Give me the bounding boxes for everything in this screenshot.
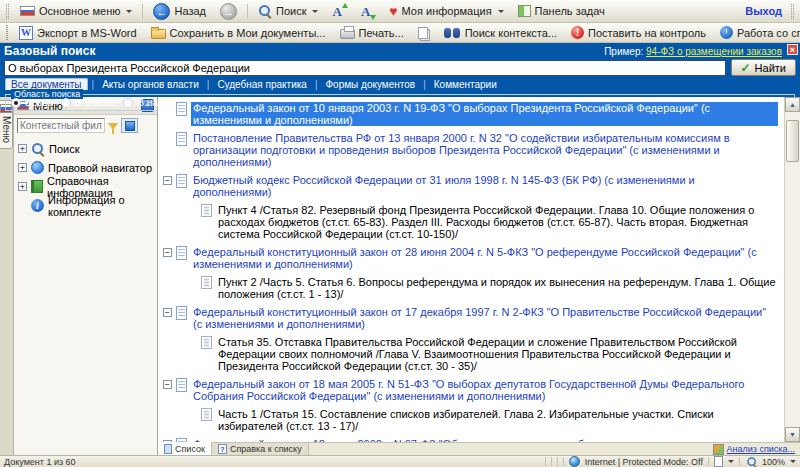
my-info-label: Моя информация xyxy=(402,5,492,17)
find-button[interactable]: ✓ Найти xyxy=(731,59,796,76)
vertical-scrollbar[interactable]: ▲ ▼ xyxy=(784,97,800,442)
document-row[interactable]: −Федеральный закон от 18 мая 2005 г. N 5… xyxy=(163,378,778,402)
expand-toggle[interactable]: + xyxy=(18,182,27,191)
folder-icon xyxy=(151,29,166,39)
list-work-button[interactable]: Работа со списком xyxy=(714,23,800,42)
analyze-icon xyxy=(713,444,724,455)
search-tab[interactable]: Комментарии xyxy=(430,79,501,90)
example-link[interactable]: 94-ФЗ о размещении заказов xyxy=(646,46,782,57)
my-info-button[interactable]: ♥ Моя информация xyxy=(383,2,509,21)
russian-flag-icon xyxy=(20,6,35,16)
fragment-row[interactable]: Статья 35. Отставка Правительства Россий… xyxy=(188,336,778,372)
zoom-control[interactable]: 100% xyxy=(745,455,796,467)
toolbar-grip[interactable] xyxy=(6,4,9,19)
sidebar-item[interactable]: +Поиск xyxy=(18,139,157,158)
main-area: Меню Меню − +Поиск+Правовой навигатор+Сп… xyxy=(0,97,800,455)
document-row[interactable]: −Федеральный конституционный закон от 17… xyxy=(163,306,778,330)
find-label: Найти xyxy=(755,62,786,74)
document-title-text[interactable]: Бюджетный кодекс Российской Федерации от… xyxy=(191,174,778,198)
search-tab[interactable]: Судебная практика xyxy=(213,79,311,90)
fragment-row[interactable]: Пункт 4 /Статья 82. Резервный фонд Прези… xyxy=(188,204,778,240)
context-search-button[interactable]: Поиск контекста... xyxy=(438,23,563,42)
collapse-toggle[interactable]: − xyxy=(163,308,172,317)
forward-button[interactable]: → xyxy=(214,2,243,21)
collapse-toggle[interactable]: − xyxy=(163,380,172,389)
status-separator xyxy=(551,457,552,466)
document-row[interactable]: −Федеральный конституционный закон от 28… xyxy=(163,246,778,270)
document-title-text[interactable]: Пункт 4 /Статья 82. Резервный фонд Прези… xyxy=(216,204,778,240)
help-tab-icon xyxy=(218,444,227,454)
search-input[interactable] xyxy=(4,60,726,76)
font-increase-button[interactable]: A xyxy=(326,2,352,21)
list-work-label: Работа со списком xyxy=(737,27,800,39)
document-title-text[interactable]: Пункт 2 /Часть 5. Статья 6. Вопросы рефе… xyxy=(216,276,778,300)
tab-list[interactable]: Список xyxy=(158,442,212,455)
toolbar-grip[interactable] xyxy=(6,25,8,40)
radio-icon[interactable] xyxy=(123,98,133,108)
page-zoom-menu[interactable] xyxy=(714,456,734,467)
expand-toggle[interactable]: + xyxy=(18,163,27,172)
sidebar-item[interactable]: Информация о комплекте xyxy=(18,196,157,215)
scroll-track[interactable] xyxy=(785,112,800,427)
filter-funnel-icon[interactable] xyxy=(108,123,118,130)
radio-icon[interactable] xyxy=(11,98,21,108)
chevron-down-icon xyxy=(498,10,504,13)
printer-icon xyxy=(340,29,355,39)
document-row[interactable]: Постановление Правительства РФ от 13 янв… xyxy=(163,132,778,168)
fragment-icon xyxy=(201,276,212,289)
search-menu-button[interactable]: Поиск xyxy=(252,2,324,21)
back-button[interactable]: ← Назад xyxy=(147,2,212,21)
tab-list-help[interactable]: Справка к списку xyxy=(212,443,309,455)
task-panel-button[interactable]: Панель задач xyxy=(512,2,611,21)
back-label: Назад xyxy=(174,5,206,17)
filter-apply-button[interactable] xyxy=(121,118,138,133)
set-control-button[interactable]: Поставить на контроль xyxy=(565,23,712,42)
content-column: Федеральный закон от 10 января 2003 г. N… xyxy=(158,97,800,455)
scroll-thumb[interactable] xyxy=(786,120,799,162)
document-title-text[interactable]: Федеральный конституционный закон от 17 … xyxy=(191,306,778,330)
copy-icon xyxy=(418,27,428,39)
print-button[interactable]: Печать... xyxy=(334,23,410,42)
scroll-up-button[interactable]: ▲ xyxy=(785,97,800,112)
analyze-list-link[interactable]: Анализ списка... xyxy=(727,444,795,454)
expand-toggle[interactable]: + xyxy=(18,144,27,153)
check-icon: ✓ xyxy=(741,61,751,75)
tab-separator: | xyxy=(92,79,95,90)
main-menu-button[interactable]: Основное меню xyxy=(14,2,138,21)
radio-icon[interactable] xyxy=(61,98,71,108)
document-row[interactable]: Федеральный закон от 10 января 2003 г. N… xyxy=(163,102,778,126)
document-title-text[interactable]: Часть 1 /Статья 15. Составление списков … xyxy=(216,408,778,432)
font-decrease-icon: A xyxy=(361,5,375,18)
exit-link[interactable]: Выход xyxy=(741,5,786,17)
document-title-text[interactable]: Постановление Правительства РФ от 13 янв… xyxy=(191,132,778,168)
fragment-row[interactable]: Пункт 2 /Часть 5. Статья 6. Вопросы рефе… xyxy=(188,276,778,300)
scroll-down-button[interactable]: ▼ xyxy=(785,427,800,442)
document-title-text[interactable]: Федеральный закон от 10 января 2003 г. N… xyxy=(191,102,778,126)
print-label: Печать... xyxy=(359,27,404,39)
collapse-toggle[interactable]: − xyxy=(163,176,172,185)
bottom-tabs: Список Справка к списку Анализ списка... xyxy=(158,442,800,455)
document-title-text[interactable]: Статья 35. Отставка Правительства Россий… xyxy=(216,336,778,372)
zoom-level: 100% xyxy=(762,457,785,467)
font-decrease-button[interactable]: A xyxy=(355,2,381,21)
toolbar-grip[interactable] xyxy=(791,4,794,19)
document-title-text[interactable]: Федеральный конституционный закон от 28 … xyxy=(191,246,778,270)
search-tab[interactable]: Формы документов xyxy=(322,79,420,90)
document-count: Документ 1 из 60 xyxy=(4,457,76,467)
search-tab[interactable]: Акты органов власти xyxy=(98,79,203,90)
fragment-row[interactable]: Часть 1 /Статья 15. Составление списков … xyxy=(188,408,778,432)
status-bar: Документ 1 из 60 Internet | Protected Mo… xyxy=(0,455,800,467)
context-filter-input[interactable] xyxy=(17,118,105,133)
scope-option[interactable]: В списке xyxy=(61,97,116,108)
document-title-text[interactable]: Федеральный закон от 18 мая 2005 г. N 51… xyxy=(191,378,778,402)
export-word-button[interactable]: W Экспорт в MS-Word xyxy=(13,23,143,42)
globe-icon xyxy=(569,456,580,467)
copy-button[interactable] xyxy=(412,23,436,42)
close-icon[interactable] xyxy=(787,44,798,55)
page-icon xyxy=(714,456,723,467)
collapse-toggle[interactable]: − xyxy=(163,248,172,257)
save-my-docs-button[interactable]: Сохранить в Мои документы... xyxy=(145,23,332,42)
scope-legend: Область поиска xyxy=(11,89,83,99)
document-icon xyxy=(176,102,187,116)
document-row[interactable]: −Бюджетный кодекс Российской Федерации о… xyxy=(163,174,778,198)
